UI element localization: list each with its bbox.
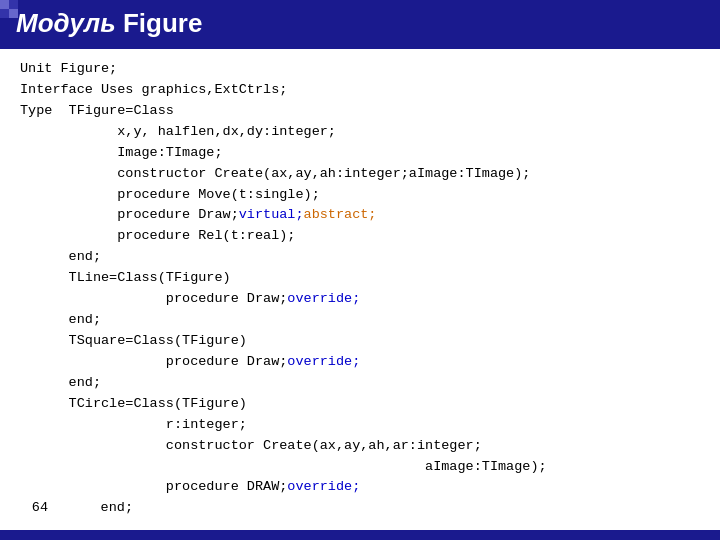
code-line-13: end; bbox=[20, 312, 101, 327]
corner-decoration-icon bbox=[0, 0, 18, 18]
slide: Модуль Figure Unit Figure; Interface Use… bbox=[0, 0, 720, 540]
code-line-19: constructor Create(ax,ay,ah,ar:integer; bbox=[20, 438, 482, 453]
code-line-11: TLine=Class(TFigure) bbox=[20, 270, 231, 285]
code-line-12: procedure Draw;override; bbox=[20, 291, 360, 306]
code-line-5: Image:TImage; bbox=[20, 145, 223, 160]
code-line-18: r:integer; bbox=[20, 417, 247, 432]
svg-rect-3 bbox=[0, 9, 9, 18]
code-line-16: end; bbox=[20, 375, 101, 390]
code-line-8: procedure Draw;virtual;abstract; bbox=[20, 207, 376, 222]
slide-title: Модуль Figure bbox=[16, 8, 202, 39]
title-module: Модуль bbox=[16, 8, 116, 38]
svg-rect-2 bbox=[9, 0, 18, 9]
code-line-17: TCircle=Class(TFigure) bbox=[20, 396, 247, 411]
code-line-3: Type TFigure=Class bbox=[20, 103, 174, 118]
code-line-14: TSquare=Class(TFigure) bbox=[20, 333, 247, 348]
title-figure: Figure bbox=[116, 8, 203, 38]
code-line-6: constructor Create(ax,ay,ah:integer;aIma… bbox=[20, 166, 530, 181]
code-line-1: Unit Figure; bbox=[20, 61, 117, 76]
code-line-10: end; bbox=[20, 249, 101, 264]
code-block: Unit Figure; Interface Uses graphics,Ext… bbox=[20, 59, 700, 519]
code-line-21: procedure DRAW;override; bbox=[20, 479, 360, 494]
svg-rect-0 bbox=[0, 0, 9, 9]
code-line-7: procedure Move(t:single); bbox=[20, 187, 320, 202]
code-content: Unit Figure; Interface Uses graphics,Ext… bbox=[0, 49, 720, 529]
svg-rect-1 bbox=[9, 9, 18, 18]
code-line-9: procedure Rel(t:real); bbox=[20, 228, 295, 243]
code-line-4: x,y, halflen,dx,dy:integer; bbox=[20, 124, 336, 139]
code-line-20: aImage:TImage); bbox=[20, 459, 547, 474]
slide-header: Модуль Figure bbox=[0, 0, 720, 49]
code-line-22: 64 end; bbox=[20, 500, 133, 515]
footer-bar bbox=[0, 530, 720, 540]
code-line-15: procedure Draw;override; bbox=[20, 354, 360, 369]
code-line-2: Interface Uses graphics,ExtCtrls; bbox=[20, 82, 287, 97]
